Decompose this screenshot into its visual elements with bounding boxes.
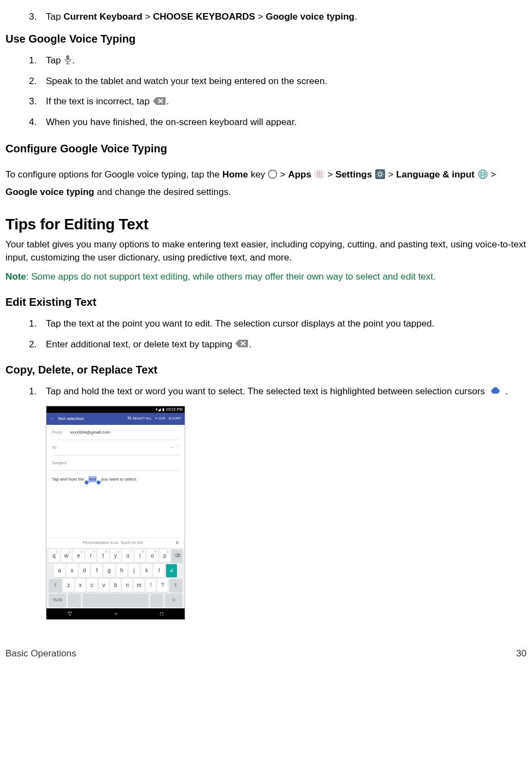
apps-icon <box>314 169 325 180</box>
action-bar: ← Text selection ⿻SELECT ALL ✂CUT ⧉COPY <box>46 413 185 425</box>
label: SELECT ALL <box>132 416 151 420</box>
text: key <box>248 169 268 180</box>
bold: CHOOSE KEYBOARDS <box>153 11 255 22</box>
status-time: 10:22 PM <box>166 407 182 412</box>
bold-google-voice-typing: Google voice typing <box>5 187 94 197</box>
key-z: z <box>63 579 74 592</box>
text: > <box>325 169 335 180</box>
key-w: w2 <box>61 549 72 562</box>
bold-apps: Apps <box>288 169 311 180</box>
mic-icon: 🎤︎ <box>175 540 179 546</box>
copy-step-1: Tap and hold the text or word you want t… <box>39 385 527 398</box>
text-selection-screenshot: ▾◢ ▮ 10:22 PM ← Text selection ⿻SELECT A… <box>46 406 185 620</box>
selected-word: text <box>88 476 97 482</box>
edit-step-1: Tap the text at the point you want to ed… <box>39 317 527 330</box>
key-a: a <box>54 564 65 577</box>
footer-section-title: Basic Operations <box>5 647 76 660</box>
from-field: From xxxx004@gmail.com <box>52 425 179 440</box>
key-x: x <box>75 579 86 592</box>
key-v: v <box>99 579 109 592</box>
on-screen-keyboard: q1w2e3r4t5y6u7i8o9p0⌫ asdfghjkl↲ ⇧zxcvbn… <box>46 548 185 608</box>
label: CUT <box>159 416 165 420</box>
key-comma: , <box>68 594 81 607</box>
action-bar-title: Text selection <box>57 416 84 422</box>
key-space <box>82 594 149 607</box>
text: Tap and hold the text or word you want t… <box>46 386 488 396</box>
key-backspace: ⌫ <box>172 549 182 562</box>
battery-icon: ▮ <box>162 407 164 412</box>
selection-cursors-icon <box>488 386 503 395</box>
tips-body: Your tablet gives you many options to ma… <box>5 238 527 264</box>
nav-home-icon: ○ <box>114 610 117 618</box>
email-compose-area: From xxxx004@gmail.com To + ˅ Subject Ta… <box>46 425 185 484</box>
label: COPY <box>172 416 181 420</box>
globe-icon <box>477 169 488 180</box>
signal-icon: ▾◢ <box>156 407 161 412</box>
subject-field: Subject <box>52 455 179 471</box>
nav-back-icon: ▽ <box>68 610 72 618</box>
key-k: k <box>141 564 152 577</box>
text: . <box>354 11 357 22</box>
nav-recent-icon: □ <box>160 610 163 618</box>
prediction-bar: Personalization is on. Touch for info. 🎤… <box>46 537 185 548</box>
heading-edit-existing-text: Edit Existing Text <box>5 294 527 310</box>
heading-copy-delete-replace: Copy, Delete, or Replace Text <box>5 362 527 377</box>
key-!: ! <box>146 579 156 592</box>
edit-existing-steps: Tap the text at the point you want to ed… <box>5 317 527 351</box>
text: > <box>255 11 265 22</box>
text: . <box>72 55 75 66</box>
use-step-1: Tap . <box>39 54 527 67</box>
to-field: To + ˅ <box>52 440 179 455</box>
text: > <box>488 169 496 180</box>
copy-action: ⧉COPY <box>169 416 181 420</box>
key-o: o9 <box>147 549 158 562</box>
key-f: f <box>91 564 102 577</box>
text: Tap and hold the <box>52 476 84 482</box>
settings-gear-icon <box>375 169 386 180</box>
prev-step-3: Tap Current Keyboard > CHOOSE KEYBOARDS … <box>39 10 527 23</box>
note-body: : Some apps do not support text editing,… <box>26 271 436 282</box>
key-period: . <box>150 594 163 607</box>
text: Tap <box>46 11 63 22</box>
keyboard-row-3: ⇧zxcvbnm!?⇧ <box>49 579 182 592</box>
key-shift: ⇧ <box>49 579 62 592</box>
text: > <box>143 11 153 22</box>
key-?: ? <box>157 579 168 592</box>
note-line: Note: Some apps do not support text edit… <box>5 270 527 283</box>
key-y: y6 <box>110 549 121 562</box>
bold: Google voice typing <box>265 11 354 22</box>
key-e: e3 <box>73 549 84 562</box>
use-voice-typing-steps: Tap . Speak to the tablet and watch your… <box>5 54 527 129</box>
prev-list: Tap Current Keyboard > CHOOSE KEYBOARDS … <box>5 10 527 23</box>
keyboard-row-2: asdfghjkl↲ <box>49 564 182 577</box>
use-step-2: Speak to the tablet and watch your text … <box>39 75 527 88</box>
text: . <box>167 96 169 106</box>
select-all-action: ⿻SELECT ALL <box>128 416 151 420</box>
text: . <box>249 339 252 350</box>
svg-point-8 <box>319 171 320 173</box>
configure-paragraph: To configure options for Google voice ty… <box>5 166 527 202</box>
heading-tips-for-editing-text: Tips for Editing Text <box>5 214 527 235</box>
text: To configure options for Google voice ty… <box>5 169 222 180</box>
cut-action: ✂CUT <box>155 416 165 420</box>
use-step-4: When you have finished, the on-screen ke… <box>39 116 527 129</box>
key-s: s <box>67 564 78 577</box>
key-n: n <box>122 579 133 592</box>
text: > <box>277 169 288 180</box>
key-r: r4 <box>86 549 97 562</box>
text: you want to select. <box>101 476 137 482</box>
svg-point-14 <box>319 175 320 176</box>
key-shift-right: ⇧ <box>169 579 182 592</box>
heading-configure-google-voice-typing: Configure Google Voice Typing <box>5 141 527 156</box>
keyboard-row-4: ?123 , . ☺ <box>49 594 182 607</box>
text: and change the desired settings. <box>94 187 230 197</box>
note-label: Note <box>5 271 26 282</box>
text: If the text is incorrect, tap <box>46 96 152 106</box>
nav-bar: ▽ ○ □ <box>46 608 185 619</box>
page-footer: Basic Operations 30 <box>5 647 527 660</box>
text: Tap <box>46 55 63 66</box>
key-l: l <box>153 564 164 577</box>
key-emoji: ☺ <box>165 594 182 607</box>
svg-point-12 <box>321 174 322 175</box>
svg-point-7 <box>317 171 318 173</box>
